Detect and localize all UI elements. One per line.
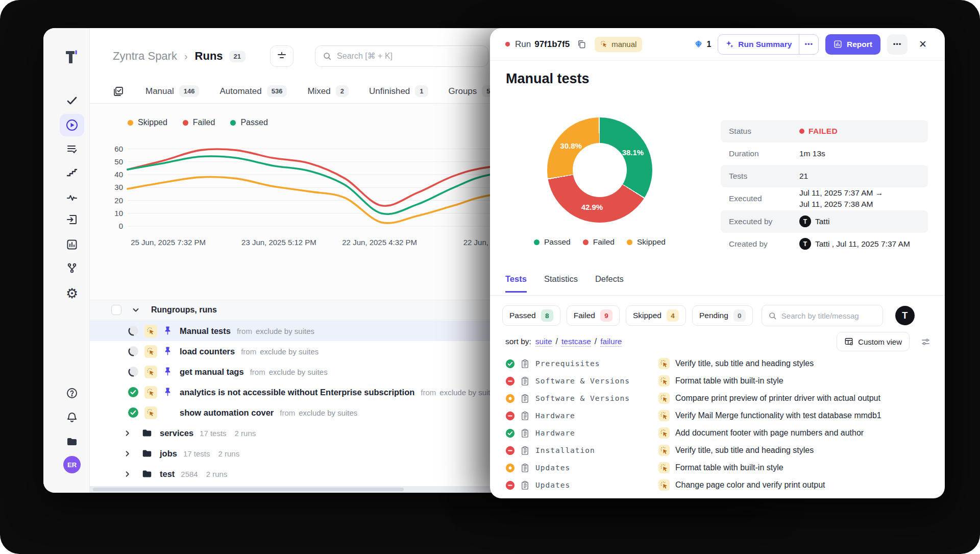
chevron-down-icon[interactable] (132, 306, 140, 314)
tab-unfinished[interactable]: Unfinished1 (369, 85, 428, 97)
filter-chip-passed[interactable]: Passed8 (502, 305, 560, 326)
legend-label: Failed (593, 237, 615, 247)
tab-tests[interactable]: Tests (505, 274, 527, 293)
test-result-row[interactable]: UpdatesFormat table with built-in style (490, 459, 945, 476)
test-title[interactable]: Compare print preview of printer driver … (675, 394, 880, 403)
sidebar-item-branches[interactable] (60, 257, 84, 279)
test-search[interactable] (762, 305, 883, 326)
legend-label: Skipped (637, 237, 666, 247)
run-source[interactable]: exclude by suites (299, 408, 357, 417)
test-title[interactable]: Change page color and verify print outpu… (675, 480, 825, 490)
sort-link-failure[interactable]: failure (600, 337, 622, 347)
manual-tag[interactable]: manual (595, 37, 642, 52)
chip-count: 9 (600, 309, 612, 322)
sidebar-item-plans[interactable] (60, 138, 84, 160)
pin-icon[interactable] (163, 387, 173, 398)
detail-label: Executed (729, 194, 799, 203)
panel-more-button[interactable]: ••• (887, 34, 908, 55)
pin-icon[interactable] (163, 366, 173, 377)
sidebar-item-help[interactable] (60, 382, 84, 404)
search-input[interactable] (337, 52, 481, 61)
test-result-row[interactable]: Software & VersionsFormat table with bui… (490, 372, 945, 390)
tab-manual[interactable]: Manual146 (145, 85, 199, 97)
sidebar-item-settings[interactable]: ⚙ (60, 282, 84, 305)
sidebar-item-steps[interactable] (60, 161, 84, 183)
chevron-right-icon[interactable] (124, 470, 131, 478)
report-button[interactable]: Report (825, 34, 880, 55)
close-icon[interactable]: ✕ (914, 36, 932, 53)
run-source[interactable]: exclude by suites (269, 368, 328, 376)
suite-name[interactable]: Hardware (535, 429, 575, 437)
run-name[interactable]: show automation cover (180, 408, 274, 418)
sidebar-item-runs[interactable] (60, 114, 84, 136)
pin-icon[interactable] (163, 325, 173, 336)
select-all-checkbox[interactable] (111, 305, 121, 315)
app-logo (60, 46, 84, 68)
select-all-icon[interactable] (113, 86, 124, 97)
test-search-input[interactable] (781, 311, 876, 320)
suite-name[interactable]: Updates (535, 464, 570, 472)
folder-name[interactable]: services (160, 428, 193, 438)
test-result-row[interactable]: HardwareVerify Mail Merge functionality … (490, 407, 945, 424)
run-name[interactable]: get manual tags (180, 367, 244, 377)
pin-icon[interactable] (163, 346, 173, 357)
test-result-row[interactable]: UpdatesChange page color and verify prin… (490, 476, 945, 494)
test-result-row[interactable]: Software & VersionsCompare print preview… (490, 390, 945, 407)
legend-label: Failed (193, 118, 215, 127)
test-title[interactable]: Verify Mail Merge functionality with tes… (675, 411, 881, 420)
suite-name[interactable]: Prerequisites (535, 359, 600, 368)
run-name[interactable]: analytics is not accessible without Ente… (180, 388, 414, 397)
global-search[interactable] (315, 45, 488, 67)
folder-name[interactable]: jobs (160, 449, 177, 459)
filter-chip-skipped[interactable]: Skipped4 (626, 305, 686, 326)
test-result-row[interactable]: InstallationVerify title, sub title and … (490, 442, 945, 459)
sort-link-testcase[interactable]: testcase (561, 337, 591, 347)
chevron-right-icon[interactable] (124, 429, 131, 437)
test-title[interactable]: Format table with built-in style (675, 376, 783, 386)
chevron-right-icon[interactable] (124, 450, 131, 457)
sort-link-suite[interactable]: suite (535, 337, 552, 347)
sliders-icon[interactable] (921, 337, 930, 347)
test-title[interactable]: Verify title, sub title and heading styl… (675, 446, 814, 455)
scrollbar-thumb[interactable] (93, 488, 404, 491)
suite-name[interactable]: Software & Versions (535, 394, 630, 402)
user-avatar[interactable]: ER (63, 456, 81, 473)
tab-count-badge: 2 (336, 85, 349, 97)
test-title[interactable]: Add document footer with page numbers an… (675, 428, 864, 438)
run-summary-more[interactable]: ••• (799, 35, 818, 54)
tab-statistics[interactable]: Statistics (544, 274, 578, 291)
suite-name[interactable]: Hardware (535, 412, 575, 420)
test-result-row[interactable]: HardwareAdd document footer with page nu… (490, 424, 945, 442)
tab-automated[interactable]: Automated536 (219, 85, 287, 97)
suite-name[interactable]: Software & Versions (535, 377, 630, 385)
run-source[interactable]: exclude by suites (256, 327, 314, 335)
tab-mixed[interactable]: Mixed2 (307, 85, 349, 97)
manual-run-icon (144, 386, 157, 399)
test-title[interactable]: Format table with built-in style (675, 463, 783, 472)
sidebar-item-analytics[interactable] (60, 233, 84, 256)
breadcrumb-project[interactable]: Zyntra Spark (113, 50, 177, 63)
run-name[interactable]: load counters (180, 347, 235, 356)
folder-name[interactable]: test (160, 469, 175, 479)
test-result-row[interactable]: PrerequisitesVerify title, sub title and… (490, 355, 945, 372)
filter-button[interactable] (270, 45, 293, 67)
custom-view-button[interactable]: Custom view (837, 332, 910, 351)
sidebar-item-notifications[interactable] (60, 406, 84, 428)
run-name[interactable]: Manual tests (180, 326, 231, 336)
run-source[interactable]: exclude by suites (260, 347, 318, 356)
filter-chip-pending[interactable]: Pending0 (692, 305, 753, 326)
run-summary-button[interactable]: Run Summary ••• (718, 34, 819, 55)
tab-defects[interactable]: Defects (595, 274, 624, 291)
sidebar-item-import[interactable] (60, 208, 84, 231)
sidebar-item-tests[interactable] (60, 89, 84, 112)
sidebar-item-pulse[interactable] (60, 186, 84, 209)
suite-name[interactable]: Updates (535, 481, 570, 489)
test-results-list: PrerequisitesVerify title, sub title and… (490, 355, 945, 494)
sidebar-item-projects[interactable] (60, 430, 84, 453)
test-title[interactable]: Verify title, sub title and heading styl… (675, 359, 814, 368)
copy-icon[interactable] (577, 39, 586, 49)
suite-name[interactable]: Installation (535, 446, 595, 454)
tab-groups[interactable]: Groups5 (449, 85, 495, 97)
manual-test-icon (658, 462, 670, 473)
filter-chip-failed[interactable]: Failed9 (567, 305, 620, 326)
